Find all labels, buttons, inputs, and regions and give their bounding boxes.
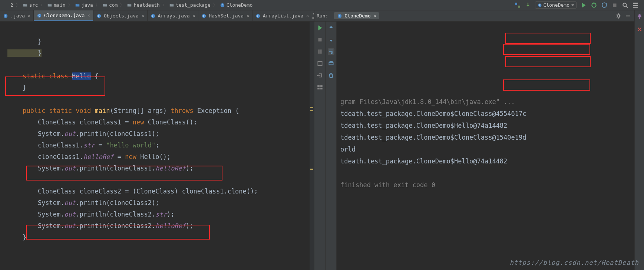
vcs-icon[interactable] xyxy=(514,2,521,9)
console-line: tdeath.test_package.CloneDemo$CloneClass… xyxy=(340,108,631,120)
trash-icon[interactable] xyxy=(328,72,334,79)
play-icon[interactable] xyxy=(580,2,587,9)
breadcrumb-item[interactable]: heatdeath xyxy=(125,2,161,8)
code-line: } xyxy=(7,49,42,57)
breadcrumb-item[interactable]: test_package xyxy=(168,2,212,8)
svg-rect-40 xyxy=(330,61,332,62)
editor-tab[interactable]: CCloneDemo.java✕ xyxy=(34,10,93,21)
code-line: } xyxy=(7,84,26,91)
svg-rect-0 xyxy=(4,3,9,8)
run-panel-label: Run: xyxy=(317,13,330,19)
close-icon[interactable]: ✕ xyxy=(306,13,309,18)
svg-rect-13 xyxy=(633,4,638,6)
down-icon[interactable] xyxy=(328,36,334,43)
code-line: cloneClass1.str = "hello world"; xyxy=(7,141,159,149)
coverage-icon[interactable] xyxy=(601,2,608,9)
rerun-icon[interactable] xyxy=(317,25,323,31)
code-line: cloneClass1.helloRef = new Hello(); xyxy=(7,153,171,160)
layout-icon[interactable] xyxy=(317,84,323,91)
svg-text:C: C xyxy=(539,4,541,7)
code-line: System.out.println(cloneClass1); xyxy=(7,130,159,137)
chevron-right-icon: 〉 xyxy=(120,2,125,9)
warning-marker[interactable] xyxy=(310,107,313,108)
svg-text:C: C xyxy=(38,14,40,17)
svg-text:C: C xyxy=(203,14,205,17)
close-icon[interactable]: ✕ xyxy=(193,13,195,18)
pin-icon[interactable] xyxy=(636,13,643,20)
editor-tabs: C.java✕CCloneDemo.java✕CObjects.java✕CAr… xyxy=(0,10,314,22)
svg-text:C: C xyxy=(221,3,223,7)
code-editor[interactable]: } } static class Hello { } public static… xyxy=(0,22,314,270)
run-config-selector[interactable]: C CloneDemo xyxy=(535,1,577,9)
run-action-col xyxy=(314,22,326,270)
console-line xyxy=(340,167,631,179)
code-line: public static void main(String[] args) t… xyxy=(7,107,239,114)
editor-tab[interactable]: CArrayList.java✕ xyxy=(252,10,312,21)
code-line: System.out.println(cloneClass2); xyxy=(7,199,159,206)
dump-icon[interactable] xyxy=(317,60,323,67)
search-icon[interactable] xyxy=(622,2,628,9)
breadcrumb-item[interactable]: java xyxy=(73,2,95,8)
svg-rect-35 xyxy=(317,85,320,87)
chevron-right-icon: 〉 xyxy=(68,2,73,9)
svg-point-29 xyxy=(617,14,620,17)
svg-rect-31 xyxy=(318,38,321,42)
editor-tab[interactable]: CHashSet.java✕ xyxy=(198,10,252,21)
debug-icon[interactable] xyxy=(591,2,597,9)
close-x-icon[interactable] xyxy=(636,26,643,33)
gear-icon[interactable] xyxy=(615,13,622,19)
close-icon[interactable]: ✕ xyxy=(142,13,144,18)
svg-line-11 xyxy=(626,6,628,8)
breadcrumb-item[interactable]: CCloneDemo xyxy=(218,2,254,8)
warning-marker[interactable] xyxy=(310,169,313,170)
svg-text:C: C xyxy=(5,14,7,17)
stop-icon[interactable] xyxy=(611,2,618,9)
exit-icon[interactable] xyxy=(317,72,323,79)
console-line: tdeath.test_package.CloneDemo$Hello@74a1… xyxy=(340,120,631,131)
svg-rect-3 xyxy=(515,3,517,5)
code-line: System.out.println(cloneClass2.helloRef)… xyxy=(7,222,194,230)
console-output[interactable]: gram Files\Java\jdk1.8.0_144\bin\java.ex… xyxy=(337,22,634,270)
pause-icon[interactable] xyxy=(317,48,323,55)
breadcrumb-item[interactable]: src xyxy=(21,2,39,8)
svg-rect-9 xyxy=(613,3,617,7)
code-line: } xyxy=(7,38,42,45)
print-icon[interactable] xyxy=(328,60,334,67)
svg-rect-14 xyxy=(633,7,638,7)
code-line: System.out.println(cloneClass1.helloRef)… xyxy=(7,165,194,172)
warning-marker[interactable] xyxy=(310,110,313,111)
close-icon[interactable]: ✕ xyxy=(87,13,90,18)
pull-icon[interactable] xyxy=(525,2,531,9)
svg-rect-4 xyxy=(518,6,520,8)
close-icon[interactable]: ✕ xyxy=(28,13,30,18)
chevron-right-icon: 〉 xyxy=(213,2,218,9)
breadcrumb-item[interactable]: com xyxy=(101,2,119,8)
console-line: tdeath.test_package.CloneDemo$Hello@74a1… xyxy=(340,155,631,167)
svg-text:C: C xyxy=(98,14,100,17)
console-line: orld xyxy=(340,143,631,155)
svg-text:C: C xyxy=(257,14,259,17)
chevron-right-icon: 〉 xyxy=(95,2,100,9)
code-line: } xyxy=(7,234,26,241)
svg-rect-30 xyxy=(626,15,630,16)
structure-icon[interactable] xyxy=(632,2,639,9)
chevron-right-icon: 〉 xyxy=(162,2,167,9)
close-icon[interactable]: ✕ xyxy=(247,13,249,18)
run-tab[interactable]: C CloneDemo ✕ xyxy=(334,12,379,19)
close-icon[interactable]: ✕ xyxy=(374,13,376,18)
run-config-label: CloneDemo xyxy=(544,2,569,8)
editor-tab[interactable]: C.java✕ xyxy=(0,10,34,21)
svg-text:C: C xyxy=(339,14,341,17)
up-icon[interactable] xyxy=(328,25,334,31)
svg-rect-12 xyxy=(633,3,638,4)
hide-icon[interactable] xyxy=(625,13,631,19)
breadcrumb-item[interactable]: main xyxy=(46,2,67,8)
wrap-icon[interactable] xyxy=(328,48,334,55)
breadcrumb-item[interactable]: 2 xyxy=(2,2,15,8)
editor-tab[interactable]: CObjects.java✕ xyxy=(93,10,148,21)
stop-icon[interactable] xyxy=(317,36,323,43)
editor-tab[interactable]: CArrays.java✕ xyxy=(148,10,199,21)
code-line: static class Hello { xyxy=(7,72,99,80)
svg-rect-33 xyxy=(320,49,321,53)
svg-point-10 xyxy=(623,3,626,6)
